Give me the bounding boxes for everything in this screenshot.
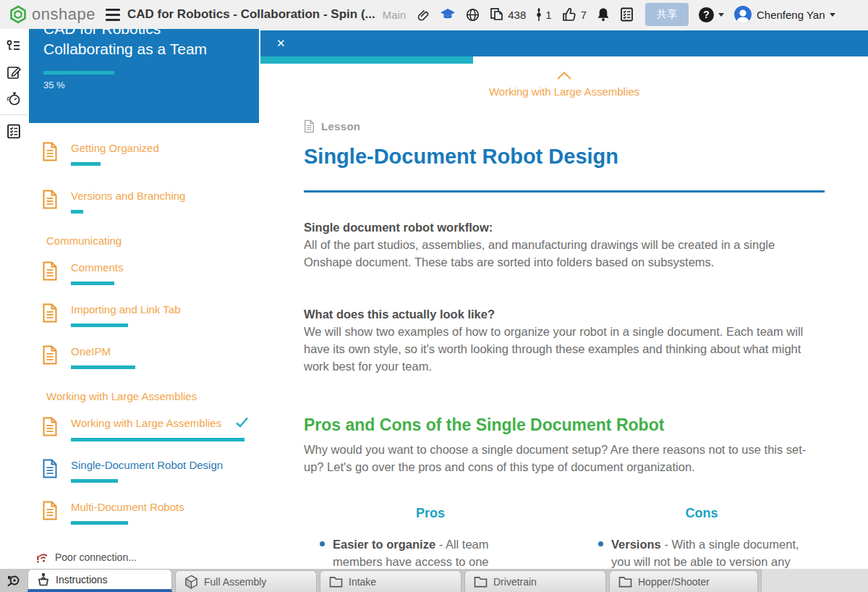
- workflow-tasks-icon[interactable]: [0, 33, 27, 59]
- course-checklist-icon[interactable]: [0, 118, 27, 144]
- section-header-communicating: Communicating: [46, 234, 260, 247]
- lesson-item-oneipm[interactable]: OneIPM: [27, 345, 260, 376]
- paragraph-workflow: Single document robot workflow:All of th…: [304, 219, 825, 271]
- course-title-line1: CAD for Robotics: [43, 29, 259, 39]
- top-toolbar: onshape CAD for Robotics - Collaboration…: [0, 0, 868, 29]
- previous-lesson-link[interactable]: Working with Large Assemblies: [260, 85, 868, 98]
- course-progress-label: 35 %: [43, 80, 259, 90]
- lesson-progress-bar: [71, 521, 128, 525]
- lesson-item-versions-branching[interactable]: Versions and Branching: [27, 190, 260, 220]
- title-divider: [304, 190, 825, 193]
- cube-icon: [184, 575, 198, 589]
- paragraph-lead: Single document robot workflow:: [304, 221, 493, 234]
- avatar[interactable]: [734, 6, 752, 23]
- lesson-progress-bar: [71, 162, 101, 166]
- lesson-viewer: ✕ Working with Large Assemblies Lesson S…: [260, 29, 868, 569]
- onshape-logo-icon[interactable]: [9, 5, 27, 24]
- course-progress-bar: [43, 71, 114, 75]
- toolbar-divider: [0, 114, 27, 115]
- lesson-type-label: Lesson: [321, 120, 360, 132]
- document-icon: [42, 345, 58, 368]
- versions-icon[interactable]: [536, 7, 542, 22]
- document-icon: [42, 142, 58, 164]
- tab-label: Drivetrain: [493, 576, 537, 588]
- lesson-item-working-large-assemblies[interactable]: Working with Large Assemblies: [27, 417, 260, 447]
- cons-column: Cons Versions - With a single document, …: [582, 506, 821, 569]
- tab-label: Instructions: [56, 574, 108, 585]
- lesson-item-comments[interactable]: Comments: [27, 261, 260, 292]
- completed-check-icon: [235, 418, 249, 430]
- folder-icon: [618, 576, 632, 588]
- lesson-progress-track: [71, 324, 244, 327]
- pros-item: Easier to organize - All team members ha…: [320, 536, 537, 569]
- lesson-item-multi-document-robots[interactable]: Multi-Document Robots: [27, 501, 260, 531]
- lesson-progress-bar: [71, 210, 83, 213]
- checklist-panel-icon[interactable]: [620, 7, 634, 22]
- lesson-header-bar: ✕: [260, 30, 868, 56]
- tab-hopper-shooter[interactable]: Hopper/Shooter: [609, 570, 758, 592]
- link-icon[interactable]: [416, 8, 430, 22]
- versions-count: 1: [545, 9, 551, 21]
- paragraph-lead: What does this actually look like?: [304, 308, 495, 321]
- document-tab-bar: Instructions Full Assembly Intake Drivet…: [0, 569, 868, 592]
- close-icon[interactable]: ✕: [276, 37, 286, 50]
- document-icon: [42, 190, 58, 212]
- stopwatch-icon[interactable]: [0, 85, 27, 111]
- lesson-item-label: Working with Large Assemblies: [71, 417, 221, 429]
- paragraph-text: All of the part studios, assemblies, and…: [304, 238, 775, 268]
- lesson-progress-track: [71, 479, 244, 483]
- paragraph-look-like: What does this actually look like?We wil…: [304, 305, 825, 375]
- copies-count: 438: [508, 9, 526, 21]
- tab-intake[interactable]: Intake: [320, 570, 461, 592]
- tab-drivetrain[interactable]: Drivetrain: [464, 570, 606, 592]
- lesson-item-label: Multi-Document Robots: [71, 501, 184, 513]
- share-button[interactable]: 共享: [645, 3, 689, 26]
- pros-cons-intro: Why would you want to choose a single do…: [304, 441, 825, 475]
- lesson-content: Working with Large Assemblies Lesson Sin…: [260, 64, 868, 569]
- lesson-item-label: Comments: [71, 261, 124, 274]
- search-tabs-icon[interactable]: [0, 569, 27, 592]
- document-title: CAD for Robotics - Collaboration - Spin …: [127, 7, 375, 22]
- note-edit-icon[interactable]: [0, 59, 27, 85]
- like-icon[interactable]: [562, 7, 577, 22]
- lesson-progress-track: [71, 282, 244, 285]
- previous-lesson-nav: Working with Large Assemblies: [260, 64, 868, 98]
- copies-icon[interactable]: [490, 7, 504, 22]
- lesson-progress-bar: [71, 324, 128, 327]
- tab-full-assembly[interactable]: Full Assembly: [175, 570, 317, 592]
- lesson-view-progress-track: [260, 56, 868, 64]
- cons-list: Versions - With a single document, you w…: [598, 536, 815, 569]
- lesson-type-row: Lesson: [304, 119, 825, 133]
- tab-label: Intake: [349, 576, 376, 588]
- chevron-up-icon[interactable]: [556, 72, 572, 80]
- document-icon: [42, 459, 58, 481]
- instructor-icon: [37, 572, 50, 586]
- pros-list: Easier to organize - All team members ha…: [320, 536, 537, 569]
- lesson-item-single-document-robot-design[interactable]: Single-Document Robot Design: [27, 459, 260, 489]
- cons-item: Versions - With a single document, you w…: [598, 536, 815, 569]
- lesson-item-importing-link-tab[interactable]: Importing and Link Tab: [27, 303, 260, 334]
- lesson-progress-track: [71, 521, 244, 525]
- paragraph-text: We will show two examples of how to orga…: [304, 325, 803, 373]
- lesson-progress-bar: [71, 438, 244, 441]
- chevron-down-icon[interactable]: [830, 13, 835, 17]
- poor-connection-icon: [36, 551, 49, 563]
- help-icon[interactable]: ?: [699, 7, 714, 22]
- lesson-item-label: Versions and Branching: [71, 190, 185, 202]
- lesson-item-label: Getting Organized: [71, 142, 159, 154]
- tab-instructions[interactable]: Instructions: [27, 569, 172, 592]
- globe-icon[interactable]: [466, 8, 480, 22]
- lesson-progress-bar: [71, 365, 135, 369]
- like-count: 7: [581, 9, 587, 21]
- onshape-window: onshape CAD for Robotics - Collaboration…: [0, 0, 868, 592]
- help-menu[interactable]: ?: [699, 7, 724, 22]
- lesson-item-getting-organized[interactable]: Getting Organized: [27, 142, 260, 172]
- pros-heading: Pros: [304, 506, 557, 521]
- menu-icon[interactable]: [106, 9, 120, 21]
- document-icon: [42, 501, 58, 523]
- document-icon: [42, 417, 58, 439]
- cons-item-lead: Versions: [611, 538, 661, 551]
- lesson-item-label: OneIPM: [71, 345, 111, 358]
- notifications-bell-icon[interactable]: [597, 7, 610, 22]
- learning-cap-icon[interactable]: [440, 8, 456, 21]
